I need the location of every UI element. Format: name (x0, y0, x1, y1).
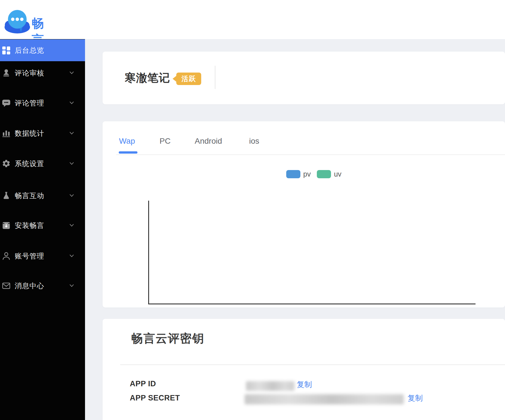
app-id-copy-link[interactable]: 复制 (297, 379, 312, 390)
sidebar: 后台总览 评论审核 评论管理 数据统计 (0, 39, 85, 420)
app-id-label: APP ID (130, 379, 156, 388)
chevron-down-icon (70, 194, 74, 197)
sidebar-item-label: 消息中心 (15, 281, 44, 290)
tab-pc[interactable]: PC (160, 137, 171, 146)
sidebar-item-label: 安装畅言 (15, 221, 44, 230)
chevron-down-icon (70, 71, 74, 74)
sidebar-item-review[interactable]: 评论审核 (0, 58, 85, 88)
user-icon (2, 251, 11, 260)
site-title: 寒澈笔记 (125, 70, 170, 86)
legend-item-pv[interactable]: pv (286, 170, 311, 178)
chevron-down-icon (70, 254, 74, 257)
dashboard-icon (2, 46, 11, 55)
chevron-down-icon (70, 132, 74, 135)
gear-icon (2, 159, 11, 168)
chevron-down-icon (70, 101, 74, 104)
app-secret-value-masked (245, 394, 404, 404)
sidebar-item-label: 评论审核 (15, 68, 44, 78)
app-header: 畅言云评 (0, 0, 505, 39)
sidebar-item-label: 评论管理 (15, 98, 44, 108)
sidebar-item-label: 系统设置 (15, 159, 44, 168)
uv-swatch (317, 170, 331, 178)
active-tab-indicator (119, 151, 137, 154)
site-card: 寒澈笔记 活跃 (103, 52, 505, 104)
tab-ios[interactable]: ios (249, 137, 259, 146)
tab-wap[interactable]: Wap (119, 137, 135, 146)
app-secret-copy-link[interactable]: 复制 (408, 393, 423, 403)
app-secret-label: APP SECRET (130, 394, 180, 402)
sidebar-item-label: 数据统计 (15, 129, 44, 138)
keys-card: 畅言云评密钥 APP ID 复制 APP SECRET 复制 (103, 319, 505, 420)
chevron-down-icon (70, 284, 74, 287)
brand-logo-icon (4, 6, 31, 35)
mail-icon (2, 281, 11, 290)
comment-bubble-icon (2, 98, 11, 107)
keys-divider (120, 364, 505, 365)
chevron-down-icon (70, 162, 74, 165)
pv-swatch (286, 170, 300, 178)
app-id-value-masked (246, 381, 294, 391)
chart-x-axis (148, 304, 476, 304)
tab-android[interactable]: Android (195, 137, 222, 146)
sidebar-item-install[interactable]: 安装畅言 (0, 210, 85, 240)
stats-card: Wap PC Android ios pv uv (103, 121, 505, 307)
install-box-icon (2, 221, 11, 230)
legend-label-pv: pv (303, 170, 311, 178)
status-badge: 活跃 (176, 73, 201, 85)
tabs-divider (116, 154, 505, 155)
sidebar-item-account[interactable]: 账号管理 (0, 241, 85, 271)
sidebar-item-label: 账号管理 (15, 251, 44, 261)
sidebar-item-messages[interactable]: 消息中心 (0, 271, 85, 301)
legend-label-uv: uv (334, 170, 341, 178)
chart-legend: pv uv (286, 170, 341, 178)
sidebar-item-comments[interactable]: 评论管理 (0, 88, 85, 118)
chevron-down-icon (70, 224, 74, 227)
legend-item-uv[interactable]: uv (317, 170, 341, 178)
sidebar-item-interaction[interactable]: 畅言互动 (0, 181, 85, 211)
review-stamp-icon (2, 68, 11, 77)
sidebar-item-settings[interactable]: 系统设置 (0, 149, 85, 179)
flask-icon (2, 191, 11, 200)
chart-y-axis (148, 201, 149, 304)
sidebar-item-label: 畅言互动 (15, 191, 44, 200)
sidebar-item-label: 后台总览 (15, 46, 44, 55)
bar-chart-icon (2, 129, 11, 138)
keys-section-title: 畅言云评密钥 (131, 331, 204, 346)
sidebar-item-statistics[interactable]: 数据统计 (0, 118, 85, 148)
vertical-divider (215, 66, 215, 89)
